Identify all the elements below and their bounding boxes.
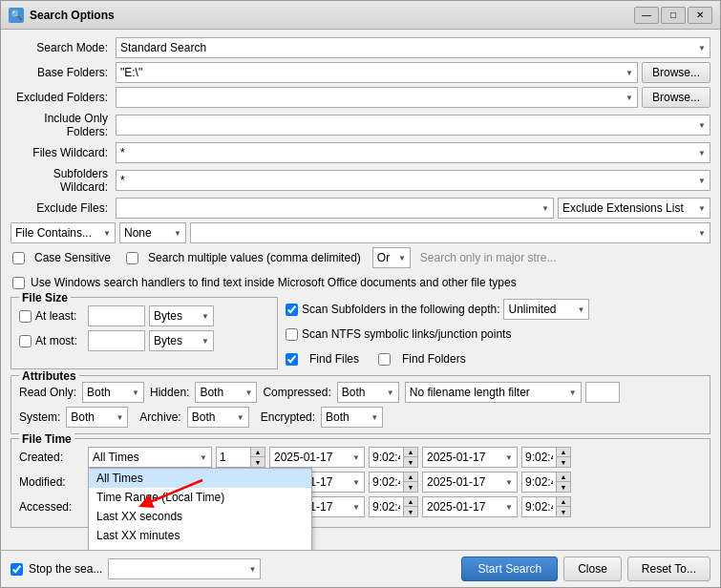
base-folders-row: Base Folders: "E:\" ▼ Browse... [11, 62, 710, 83]
subfolders-wildcard-arrow: ▼ [698, 177, 706, 185]
base-folders-browse-button[interactable]: Browse... [642, 62, 710, 83]
search-multiple-checkbox[interactable] [126, 252, 138, 264]
created-time1-spinbox[interactable]: ▲ ▼ [369, 447, 418, 468]
encrypted-label: Encrypted: [261, 410, 315, 424]
at-most-input[interactable]: 1000 [88, 330, 145, 351]
file-contains-type-combo[interactable]: File Contains... ▼ [11, 222, 116, 243]
scan-subfolders-checkbox[interactable] [286, 304, 298, 316]
created-num-input[interactable] [217, 448, 250, 467]
minimize-button[interactable]: — [634, 7, 659, 24]
system-combo[interactable]: Both ▼ [66, 407, 128, 428]
created-time2-down[interactable]: ▼ [557, 457, 570, 467]
created-date1-combo[interactable]: 2025-01-17 ▼ [269, 447, 365, 468]
created-num-down[interactable]: ▼ [251, 457, 265, 467]
at-most-checkbox[interactable] [19, 335, 32, 347]
files-wildcard-combo[interactable]: * ▼ [116, 142, 710, 163]
search-mode-combo[interactable]: Standard Search ▼ [116, 37, 710, 58]
base-folders-combo[interactable]: "E:\" ▼ [116, 62, 638, 83]
created-time1-down[interactable]: ▼ [404, 457, 417, 467]
start-search-button[interactable]: Start Search [461, 556, 558, 581]
exclude-files-combo[interactable]: ▼ [116, 198, 554, 219]
dropdown-item-all-times[interactable]: All Times [89, 469, 311, 488]
modified-time2-up[interactable]: ▲ [557, 472, 570, 482]
or-combo[interactable]: Or ▼ [372, 247, 411, 268]
find-files-checkbox[interactable] [286, 353, 298, 366]
case-sensitive-checkbox[interactable] [12, 252, 25, 264]
at-least-unit-combo[interactable]: Bytes ▼ [149, 305, 214, 326]
filename-filter-combo[interactable]: No filename length filter ▼ [405, 382, 582, 403]
hidden-combo[interactable]: Both ▼ [195, 382, 257, 403]
modified-label: Modified: [19, 475, 84, 489]
modified-time1-input[interactable] [370, 472, 403, 492]
exclude-files-arrow: ▼ [541, 204, 549, 213]
created-time2-spinbox[interactable]: ▲ ▼ [521, 447, 571, 468]
scan-ntfs-checkbox[interactable] [286, 328, 298, 341]
exclude-files-input-group: ▼ Exclude Extensions List ▼ [116, 198, 710, 219]
accessed-time1-up[interactable]: ▲ [404, 497, 417, 507]
modified-time2-spinbox[interactable]: ▲ ▼ [521, 472, 571, 493]
created-time1-up[interactable]: ▲ [404, 448, 417, 457]
modified-time1-up[interactable]: ▲ [404, 472, 417, 482]
modified-time1-spinbox[interactable]: ▲ ▼ [369, 472, 418, 493]
scan-depth-combo[interactable]: Unlimited ▼ [503, 299, 589, 320]
close-window-button[interactable]: ✕ [688, 7, 712, 24]
excluded-folders-combo[interactable]: ▼ [116, 87, 638, 108]
reset-button[interactable]: Reset To... [627, 556, 710, 581]
scan-subfolders-label: Scan Subfolders in the following depth: [302, 303, 499, 316]
modified-date2-combo[interactable]: 2025-01-17 ▼ [422, 472, 518, 493]
accessed-date2-combo[interactable]: 2025-01-17 ▼ [422, 496, 518, 517]
stop-search-combo[interactable]: ▼ [108, 558, 261, 579]
file-size-title: File Size [19, 291, 71, 304]
at-least-checkbox[interactable] [19, 310, 32, 323]
windows-search-checkbox[interactable] [12, 277, 25, 289]
accessed-time2-input[interactable] [522, 497, 556, 516]
accessed-time1-down[interactable]: ▼ [404, 507, 417, 516]
compressed-combo[interactable]: Both ▼ [337, 382, 399, 403]
excluded-folders-browse-button[interactable]: Browse... [642, 87, 710, 108]
read-only-combo[interactable]: Both ▼ [82, 382, 144, 403]
modified-time1-down[interactable]: ▼ [404, 482, 417, 492]
dropdown-item-last-hours[interactable]: Last XX hours [89, 545, 311, 550]
modified-time2-input[interactable] [522, 472, 556, 492]
created-time-combo[interactable]: All Times ▼ [88, 447, 212, 468]
title-bar-left: 🔍 Search Options [9, 8, 115, 23]
filename-filter-num-input[interactable]: 100 [585, 382, 620, 403]
file-contains-text-combo[interactable]: ▼ [190, 222, 710, 243]
time-dropdown-list: All Times Time Range (Local Time) Last X… [88, 468, 312, 550]
created-date2-combo[interactable]: 2025-01-17 ▼ [422, 447, 518, 468]
accessed-time2-up[interactable]: ▲ [557, 497, 570, 507]
close-button[interactable]: Close [563, 556, 622, 581]
find-folders-checkbox[interactable] [378, 353, 391, 366]
excluded-folders-label: Excluded Folders: [11, 91, 116, 104]
dropdown-item-local-time[interactable]: Time Range (Local Time) [89, 488, 311, 507]
at-least-row: At least: 0 Bytes ▼ [19, 305, 269, 326]
exclude-extensions-combo[interactable]: Exclude Extensions List ▼ [558, 198, 710, 219]
created-num-up[interactable]: ▲ [251, 448, 265, 457]
subfolders-wildcard-label: Subfolders Wildcard: [11, 167, 116, 194]
dropdown-item-last-minutes[interactable]: Last XX minutes [89, 526, 311, 545]
maximize-button[interactable]: □ [661, 7, 686, 24]
encrypted-combo[interactable]: Both ▼ [321, 407, 383, 428]
search-options-window: 🔍 Search Options — □ ✕ Search Mode: Stan… [0, 0, 721, 588]
dropdown-item-last-seconds[interactable]: Last XX seconds [89, 507, 311, 526]
at-most-unit-combo[interactable]: Bytes ▼ [149, 330, 214, 351]
file-contains-none-combo[interactable]: None ▼ [119, 222, 186, 243]
created-num-spinbox[interactable]: ▲ ▼ [216, 447, 265, 468]
modified-time2-down[interactable]: ▼ [557, 482, 570, 492]
accessed-time2-spinbox[interactable]: ▲ ▼ [521, 496, 571, 517]
created-time1-input[interactable] [370, 448, 403, 467]
scan-options: Scan Subfolders in the following depth: … [286, 297, 710, 373]
subfolders-wildcard-combo[interactable]: * ▼ [116, 170, 710, 191]
accessed-time1-input[interactable] [370, 497, 403, 516]
at-most-label: At most: [35, 334, 88, 347]
accessed-time2-down[interactable]: ▼ [557, 507, 570, 516]
archive-combo[interactable]: Both ▼ [187, 407, 249, 428]
stop-search-checkbox[interactable] [11, 563, 23, 576]
case-sensitive-label: Case Sensitive [34, 251, 111, 264]
file-contains-row: File Contains... ▼ None ▼ ▼ [11, 222, 710, 243]
created-time2-up[interactable]: ▲ [557, 448, 570, 457]
at-least-input[interactable]: 0 [88, 305, 145, 326]
created-time2-input[interactable] [522, 448, 556, 467]
accessed-time1-spinbox[interactable]: ▲ ▼ [369, 496, 418, 517]
include-only-combo[interactable]: ▼ [116, 115, 710, 136]
